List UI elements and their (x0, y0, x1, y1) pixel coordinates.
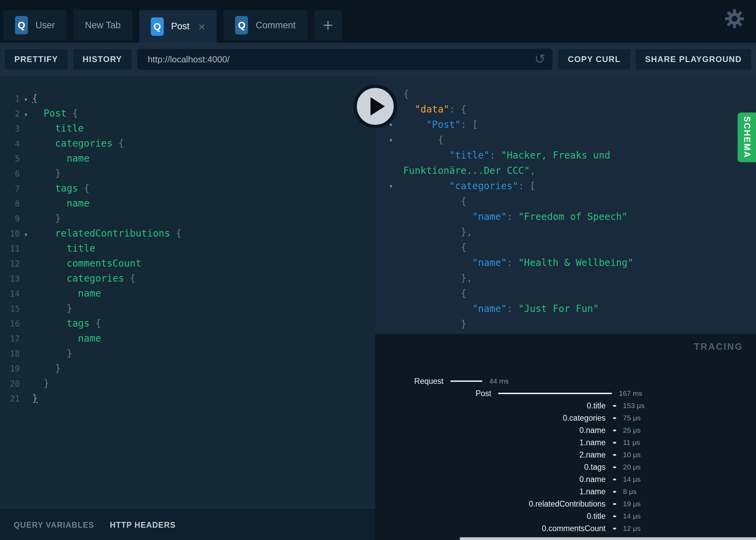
settings-button[interactable] (725, 9, 744, 29)
response-line: "title": "Hacker, Freaks und (375, 148, 756, 163)
editor-line: 9 } (0, 211, 375, 226)
code-token: } (32, 303, 72, 314)
json-token: { (403, 288, 466, 299)
response-line: Funktionäre...Der CCC", (375, 163, 756, 178)
tracing-row-label: 0.commentsCount (375, 524, 606, 533)
response-line: { (375, 240, 756, 255)
response-line: { (375, 286, 756, 301)
tracing-duration-bar (450, 380, 482, 382)
line-number: 3 (0, 121, 20, 136)
fold-gutter (20, 242, 32, 257)
fold-gutter (20, 392, 32, 407)
json-token: "Health & Wellbeing" (518, 257, 633, 268)
editor-line: 12 commentsCount (0, 256, 375, 271)
query-variables-tab[interactable]: QUERY VARIABLES (14, 521, 94, 530)
json-token (403, 257, 472, 268)
tracing-row-value: 25 μs (623, 426, 641, 434)
prettify-button[interactable]: PRETTIFY (5, 49, 68, 70)
code-token: categories (32, 273, 124, 284)
endpoint-url-wrap: ↺ (137, 49, 553, 70)
fold-gutter (20, 287, 32, 302)
close-tab-icon[interactable]: × (199, 21, 205, 32)
response-line: ▾ { (375, 132, 756, 148)
tab-post[interactable]: QPost× (139, 10, 217, 43)
tab-new-tab[interactable]: New Tab (73, 10, 132, 40)
endpoint-url-input[interactable] (137, 49, 553, 70)
code-token: { (113, 138, 124, 149)
editor-line: 21 } (0, 391, 375, 406)
result-pane: SCHEMA ▾{▾ "data": {▾ "Post": [▾ { "titl… (375, 76, 756, 540)
editor-line: 8 name (0, 196, 375, 211)
tracing-row-value: 19 μs (623, 500, 641, 508)
editor-footer: QUERY VARIABLES HTTP HEADERS (0, 509, 375, 540)
response-line: ▾{ (375, 86, 756, 102)
schema-tab[interactable]: SCHEMA (738, 112, 756, 162)
tracing-row: 0.title14 μs (375, 510, 756, 522)
tracing-row-value: 44 ms (489, 377, 509, 385)
tracing-row-label: 0.title (375, 401, 606, 410)
fold-gutter (20, 137, 32, 152)
tab-label: Post (171, 21, 190, 32)
tab-comment[interactable]: QComment (223, 10, 307, 40)
code-token: name (32, 153, 90, 164)
line-number: 18 (0, 346, 20, 361)
json-token: : (490, 150, 501, 161)
collapse-arrow-icon[interactable]: ▾ (389, 178, 393, 194)
json-token: "Post" (426, 119, 461, 130)
share-playground-button[interactable]: SHARE PLAYGROUND (636, 49, 751, 70)
tracing-panel: TRACING Request44 msPost167 ms0.title153… (375, 334, 756, 540)
tracing-title: TRACING (694, 342, 743, 352)
tracing-duration-dash (613, 405, 616, 407)
tracing-row: 0.title153 μs (375, 400, 756, 412)
fold-gutter (20, 377, 32, 392)
tracing-row: 2.name10 μs (375, 449, 756, 461)
query-editor[interactable]: 1▾{2▾ Post {3 title4 categories {5 name6… (0, 76, 375, 509)
editor-line: 5 name (0, 151, 375, 166)
tracing-row-value: 12 μs (623, 524, 641, 532)
fold-gutter (20, 167, 32, 182)
tracing-row-label: 0.categories (375, 414, 606, 423)
copy-curl-button[interactable]: COPY CURL (558, 49, 630, 70)
horizontal-scrollbar[interactable] (460, 537, 756, 540)
gear-icon (725, 9, 744, 29)
tracing-row: 1.name11 μs (375, 436, 756, 449)
code-token: } (32, 363, 61, 374)
code-token: title (32, 123, 84, 134)
tracing-row-value: 11 μs (623, 438, 640, 447)
http-headers-tab[interactable]: HTTP HEADERS (110, 521, 176, 530)
editor-line: 1▾{ (0, 91, 375, 106)
json-token: : (507, 211, 518, 222)
new-tab-button[interactable]: + (314, 10, 342, 40)
editor-line: 14 name (0, 286, 375, 301)
execute-button[interactable] (353, 85, 397, 128)
tracing-row-label: Request (375, 377, 444, 386)
query-badge-icon: Q (235, 16, 248, 34)
play-icon (370, 97, 385, 116)
line-number: 14 (0, 286, 20, 301)
editor-line: 11 title (0, 241, 375, 256)
fold-gutter (20, 347, 32, 362)
fold-arrow-icon[interactable]: ▾ (20, 227, 32, 242)
tracing-duration-dash (613, 515, 616, 517)
code-token: commentsCount (32, 258, 141, 269)
editor-line: 20 } (0, 376, 375, 391)
editor-line: 2▾ Post { (0, 106, 375, 121)
reload-icon[interactable]: ↺ (535, 51, 546, 66)
fold-arrow-icon[interactable]: ▾ (20, 107, 32, 122)
collapse-arrow-icon[interactable]: ▾ (389, 132, 393, 148)
tracing-duration-dash (613, 503, 616, 505)
line-number: 17 (0, 331, 20, 346)
tracing-row: 0.tags20 μs (375, 461, 756, 473)
response-line: ▾ "Post": [ (375, 117, 756, 132)
json-token: "data" (415, 104, 449, 115)
line-number: 12 (0, 256, 20, 271)
tab-user[interactable]: QUser (3, 10, 67, 40)
tab-bar: QUserNew TabQPost×QComment + (0, 0, 756, 43)
history-button[interactable]: HISTORY (73, 49, 132, 70)
json-token: Funktionäre...Der CCC" (403, 165, 530, 176)
fold-arrow-icon[interactable]: ▾ (20, 92, 32, 107)
tracing-row-value: 20 μs (623, 463, 641, 471)
tab-label: Comment (256, 20, 295, 31)
line-number: 10 (0, 226, 20, 241)
tracing-row-label: Post (375, 389, 491, 398)
